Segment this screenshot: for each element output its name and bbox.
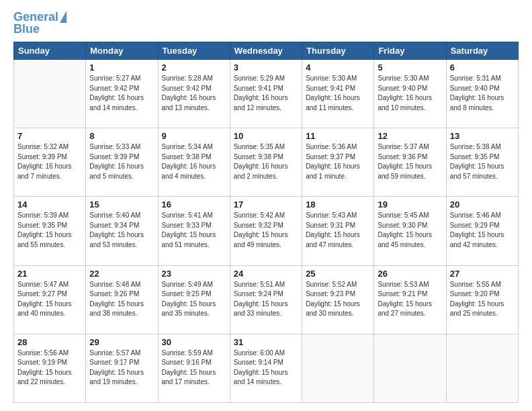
day-info: Sunrise: 5:40 AMSunset: 9:34 PMDaylight:… [89, 211, 154, 250]
logo-triangle-icon [60, 11, 66, 23]
calendar-cell: 1Sunrise: 5:27 AMSunset: 9:42 PMDaylight… [86, 60, 158, 128]
calendar-cell [302, 334, 374, 402]
day-info: Sunrise: 5:51 AMSunset: 9:24 PMDaylight:… [234, 280, 298, 319]
calendar-week-3: 14Sunrise: 5:39 AMSunset: 9:35 PMDayligh… [14, 197, 519, 265]
calendar-cell: 9Sunrise: 5:34 AMSunset: 9:38 PMDaylight… [158, 128, 230, 197]
day-number: 2 [162, 62, 226, 73]
calendar-cell: 23Sunrise: 5:49 AMSunset: 9:25 PMDayligh… [158, 265, 230, 334]
header: General Blue [13, 11, 519, 35]
day-info: Sunrise: 5:48 AMSunset: 9:26 PMDaylight:… [89, 280, 154, 319]
calendar-cell: 15Sunrise: 5:40 AMSunset: 9:34 PMDayligh… [86, 197, 158, 265]
calendar-cell: 6Sunrise: 5:31 AMSunset: 9:40 PMDaylight… [446, 60, 518, 128]
day-info: Sunrise: 5:47 AMSunset: 9:27 PMDaylight:… [17, 280, 82, 319]
calendar-cell: 14Sunrise: 5:39 AMSunset: 9:35 PMDayligh… [14, 197, 86, 265]
day-number: 20 [450, 199, 515, 210]
day-info: Sunrise: 5:42 AMSunset: 9:32 PMDaylight:… [234, 211, 298, 250]
day-number: 24 [234, 269, 298, 279]
day-number: 1 [89, 62, 154, 73]
day-number: 15 [89, 199, 154, 210]
weekday-header-tuesday: Tuesday [158, 42, 230, 60]
calendar-cell: 30Sunrise: 5:59 AMSunset: 9:16 PMDayligh… [158, 334, 230, 402]
calendar-cell: 2Sunrise: 5:28 AMSunset: 9:42 PMDaylight… [158, 60, 230, 128]
weekday-header-monday: Monday [86, 42, 158, 60]
day-number: 3 [234, 62, 298, 73]
weekday-header-wednesday: Wednesday [230, 42, 302, 60]
calendar-week-5: 28Sunrise: 5:56 AMSunset: 9:19 PMDayligh… [14, 334, 519, 402]
calendar-cell: 11Sunrise: 5:36 AMSunset: 9:37 PMDayligh… [302, 128, 374, 197]
calendar-cell: 18Sunrise: 5:43 AMSunset: 9:31 PMDayligh… [302, 197, 374, 265]
calendar-cell: 19Sunrise: 5:45 AMSunset: 9:30 PMDayligh… [374, 197, 446, 265]
day-number: 19 [378, 199, 442, 210]
day-info: Sunrise: 5:57 AMSunset: 9:17 PMDaylight:… [89, 349, 154, 387]
day-info: Sunrise: 5:30 AMSunset: 9:41 PMDaylight:… [306, 74, 370, 113]
calendar-cell: 21Sunrise: 5:47 AMSunset: 9:27 PMDayligh… [14, 265, 86, 334]
calendar-cell: 5Sunrise: 5:30 AMSunset: 9:40 PMDaylight… [374, 60, 446, 128]
weekday-header-thursday: Thursday [302, 42, 374, 60]
calendar-table: SundayMondayTuesdayWednesdayThursdayFrid… [13, 42, 519, 403]
day-number: 4 [306, 62, 370, 73]
day-number: 9 [162, 131, 226, 141]
calendar-cell: 7Sunrise: 5:32 AMSunset: 9:39 PMDaylight… [14, 128, 86, 197]
day-number: 30 [162, 337, 226, 347]
calendar-cell: 22Sunrise: 5:48 AMSunset: 9:26 PMDayligh… [86, 265, 158, 334]
day-info: Sunrise: 5:55 AMSunset: 9:20 PMDaylight:… [450, 280, 515, 319]
day-number: 7 [17, 131, 82, 141]
calendar-cell: 28Sunrise: 5:56 AMSunset: 9:19 PMDayligh… [14, 334, 86, 402]
day-info: Sunrise: 5:28 AMSunset: 9:42 PMDaylight:… [162, 74, 226, 113]
day-info: Sunrise: 5:27 AMSunset: 9:42 PMDaylight:… [89, 74, 154, 113]
day-number: 12 [378, 131, 442, 141]
calendar-week-2: 7Sunrise: 5:32 AMSunset: 9:39 PMDaylight… [14, 128, 519, 197]
calendar-cell: 31Sunrise: 6:00 AMSunset: 9:14 PMDayligh… [230, 334, 302, 402]
day-number: 13 [450, 131, 515, 141]
calendar-cell: 13Sunrise: 5:38 AMSunset: 9:35 PMDayligh… [446, 128, 518, 197]
day-info: Sunrise: 5:31 AMSunset: 9:40 PMDaylight:… [450, 74, 515, 113]
day-number: 16 [162, 199, 226, 210]
calendar-cell: 27Sunrise: 5:55 AMSunset: 9:20 PMDayligh… [446, 265, 518, 334]
day-info: Sunrise: 5:59 AMSunset: 9:16 PMDaylight:… [162, 349, 226, 387]
calendar-cell: 10Sunrise: 5:35 AMSunset: 9:38 PMDayligh… [230, 128, 302, 197]
calendar-header-row: SundayMondayTuesdayWednesdayThursdayFrid… [14, 42, 519, 60]
calendar-cell: 4Sunrise: 5:30 AMSunset: 9:41 PMDaylight… [302, 60, 374, 128]
day-info: Sunrise: 5:35 AMSunset: 9:38 PMDaylight:… [234, 142, 298, 181]
day-info: Sunrise: 5:39 AMSunset: 9:35 PMDaylight:… [17, 211, 82, 250]
logo-blue: Blue [13, 23, 40, 35]
day-number: 31 [234, 337, 298, 347]
day-number: 10 [234, 131, 298, 141]
day-number: 22 [89, 269, 154, 279]
day-number: 27 [450, 269, 515, 279]
day-number: 5 [378, 62, 442, 73]
day-number: 18 [306, 199, 370, 210]
logo-general: General [13, 11, 58, 23]
day-info: Sunrise: 5:53 AMSunset: 9:21 PMDaylight:… [378, 280, 442, 319]
day-info: Sunrise: 5:46 AMSunset: 9:29 PMDaylight:… [450, 211, 515, 250]
calendar-cell: 20Sunrise: 5:46 AMSunset: 9:29 PMDayligh… [446, 197, 518, 265]
calendar-cell: 25Sunrise: 5:52 AMSunset: 9:23 PMDayligh… [302, 265, 374, 334]
day-info: Sunrise: 5:33 AMSunset: 9:39 PMDaylight:… [89, 142, 154, 181]
day-number: 17 [234, 199, 298, 210]
calendar-cell: 3Sunrise: 5:29 AMSunset: 9:41 PMDaylight… [230, 60, 302, 128]
day-info: Sunrise: 5:41 AMSunset: 9:33 PMDaylight:… [162, 211, 226, 250]
page: General Blue SundayMondayTuesdayWednesda… [0, 0, 532, 411]
weekday-header-saturday: Saturday [446, 42, 518, 60]
calendar-week-1: 1Sunrise: 5:27 AMSunset: 9:42 PMDaylight… [14, 60, 519, 128]
day-number: 29 [89, 337, 154, 347]
day-info: Sunrise: 5:29 AMSunset: 9:41 PMDaylight:… [234, 74, 298, 113]
calendar-cell: 24Sunrise: 5:51 AMSunset: 9:24 PMDayligh… [230, 265, 302, 334]
day-info: Sunrise: 6:00 AMSunset: 9:14 PMDaylight:… [234, 349, 298, 387]
calendar-week-4: 21Sunrise: 5:47 AMSunset: 9:27 PMDayligh… [14, 265, 519, 334]
day-info: Sunrise: 5:45 AMSunset: 9:30 PMDaylight:… [378, 211, 442, 250]
calendar-cell: 17Sunrise: 5:42 AMSunset: 9:32 PMDayligh… [230, 197, 302, 265]
calendar-cell: 29Sunrise: 5:57 AMSunset: 9:17 PMDayligh… [86, 334, 158, 402]
day-info: Sunrise: 5:36 AMSunset: 9:37 PMDaylight:… [306, 142, 370, 181]
day-info: Sunrise: 5:34 AMSunset: 9:38 PMDaylight:… [162, 142, 226, 181]
calendar-cell: 12Sunrise: 5:37 AMSunset: 9:36 PMDayligh… [374, 128, 446, 197]
day-number: 6 [450, 62, 515, 73]
day-number: 8 [89, 131, 154, 141]
day-info: Sunrise: 5:32 AMSunset: 9:39 PMDaylight:… [17, 142, 82, 181]
day-info: Sunrise: 5:52 AMSunset: 9:23 PMDaylight:… [306, 280, 370, 319]
day-info: Sunrise: 5:30 AMSunset: 9:40 PMDaylight:… [378, 74, 442, 113]
day-info: Sunrise: 5:43 AMSunset: 9:31 PMDaylight:… [306, 211, 370, 250]
calendar-cell: 16Sunrise: 5:41 AMSunset: 9:33 PMDayligh… [158, 197, 230, 265]
day-info: Sunrise: 5:38 AMSunset: 9:35 PMDaylight:… [450, 142, 515, 181]
day-number: 23 [162, 269, 226, 279]
